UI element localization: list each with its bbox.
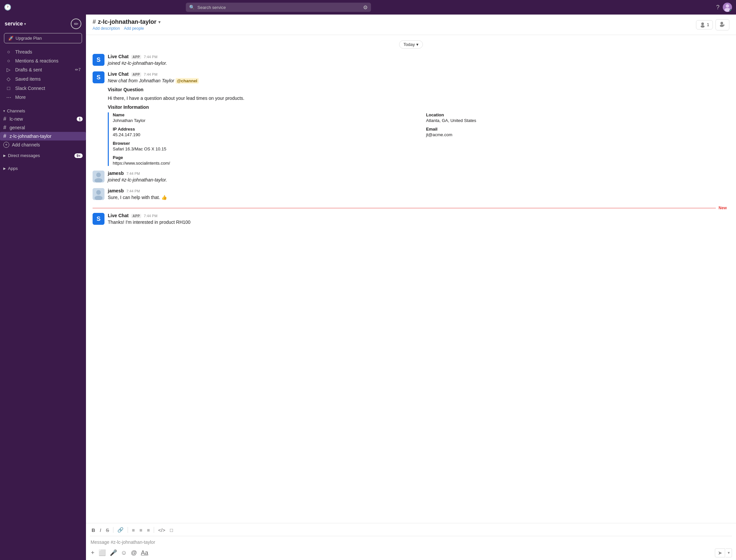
message-text: joined #z-lc-johnathan-taylor. <box>108 60 729 67</box>
add-member-button[interactable] <box>716 19 729 30</box>
sidebar-item-label: Threads <box>15 49 32 55</box>
channel-meta: Add description Add people <box>93 26 696 31</box>
code-block-button[interactable]: □ <box>168 526 175 534</box>
search-bar[interactable]: 🔍 ⚙ <box>186 3 371 12</box>
sidebar-nav: ○ Threads ○ Mentions & reactions ▷ Draft… <box>0 47 86 102</box>
emoji-button[interactable]: ☺ <box>120 548 128 557</box>
toolbar-separator <box>128 527 128 533</box>
message-group: S Live Chat APP 7:44 PM Thanks! I'm inte… <box>93 213 729 226</box>
italic-button[interactable]: I <box>98 526 103 534</box>
top-bar-right: ? <box>716 3 732 12</box>
link-button[interactable]: 🔗 <box>116 526 125 534</box>
workspace-name-label: service <box>5 21 23 27</box>
message-content: joined #z-lc-johnathan-taylor. <box>108 177 167 182</box>
field-label: Browser <box>113 141 416 146</box>
channels-header[interactable]: ▾ Channels <box>0 107 86 115</box>
workspace-name[interactable]: service ▾ <box>5 21 26 27</box>
send-options-button[interactable]: ▾ <box>726 548 732 557</box>
more-icon: ⋯ <box>5 94 12 100</box>
plus-icon: + <box>3 142 9 148</box>
apps-toggle-icon: ▶ <box>3 167 6 170</box>
message-header: jamesb 7:44 PM <box>108 188 729 193</box>
channel-item-z-lc-johnathan-taylor[interactable]: # z-lc-johnathan-taylor <box>0 132 86 140</box>
avatar-status <box>729 9 732 12</box>
main-content: # z-lc-johnathan-taylor ▾ Add descriptio… <box>86 15 736 560</box>
channel-title[interactable]: # z-lc-johnathan-taylor ▾ <box>93 19 696 25</box>
hash-icon: # <box>3 133 6 139</box>
sidebar-item-more[interactable]: ⋯ More <box>2 93 84 102</box>
channel-header-right: 1 <box>696 19 729 30</box>
field-value: Johnathan Taylor <box>113 118 145 123</box>
message-input[interactable]: Message #z-lc-johnathan-taylor <box>90 538 732 546</box>
strikethrough-button[interactable]: S <box>104 526 111 534</box>
mentions-icon: ○ <box>5 58 12 63</box>
avatar <box>93 188 104 200</box>
visitor-field-browser: Browser Safari 16.3/Mac OS X 10.15 <box>113 141 416 152</box>
message-header: Live Chat APP 7:44 PM <box>108 54 729 59</box>
compose-button[interactable]: ✏ <box>71 19 81 29</box>
add-people-link[interactable]: Add people <box>124 26 144 31</box>
app-badge: APP <box>131 72 141 77</box>
code-button[interactable]: </> <box>156 526 167 534</box>
add-channel-label: Add channels <box>12 142 40 147</box>
filter-icon[interactable]: ⚙ <box>363 4 368 11</box>
bold-button[interactable]: B <box>90 526 97 534</box>
field-label: Page <box>113 155 416 160</box>
date-chevron-icon: ▾ <box>416 42 419 47</box>
sidebar-item-mentions[interactable]: ○ Mentions & reactions <box>2 56 84 65</box>
sidebar-item-threads[interactable]: ○ Threads <box>2 47 84 56</box>
message-text: New chat from Johnathan Taylor @channel <box>108 77 729 84</box>
date-badge[interactable]: Today ▾ <box>399 40 423 49</box>
toolbar-separator <box>113 527 113 533</box>
channel-item-general[interactable]: # general <box>0 123 86 132</box>
send-button[interactable]: ➤ <box>715 548 725 557</box>
drafts-icon: ▷ <box>5 67 12 73</box>
channel-item-lc-new[interactable]: # lc-new 1 <box>0 115 86 123</box>
svg-point-17 <box>96 190 101 195</box>
svg-text:S: S <box>97 74 101 81</box>
unordered-list-button[interactable]: ≡ <box>138 526 144 534</box>
message-group: jamesb 7:44 PM Sure, I can help with tha… <box>93 188 729 201</box>
audio-button[interactable]: 🎤 <box>109 548 118 557</box>
avatar[interactable] <box>723 3 732 12</box>
history-icon[interactable]: 🕐 <box>4 4 11 11</box>
message-sender: jamesb <box>108 171 124 176</box>
video-button[interactable]: ⬜ <box>98 548 107 557</box>
search-input[interactable] <box>197 5 360 10</box>
upgrade-plan-button[interactable]: 🚀 Upgrade Plan <box>4 33 82 43</box>
message-sender: Live Chat <box>108 71 129 77</box>
channels-label: Channels <box>7 108 25 113</box>
ordered-list-button[interactable]: ≡ <box>130 526 137 534</box>
date-label: Today <box>403 42 415 47</box>
add-channel-button[interactable]: + Add channels <box>0 140 86 149</box>
main-layout: service ▾ ✏ 🚀 Upgrade Plan ○ Threads ○ M… <box>0 15 736 560</box>
drafts-badge: ✏7 <box>75 67 81 72</box>
sidebar-item-connect[interactable]: □ Slack Connect <box>2 84 84 93</box>
message-sender: Live Chat <box>108 213 129 218</box>
member-count-button[interactable]: 1 <box>696 20 713 29</box>
date-divider: Today ▾ <box>93 40 729 49</box>
apps-header[interactable]: ▶ Apps <box>0 165 86 172</box>
message-text: Thanks! I'm interested in product RH100 <box>108 219 729 226</box>
channel-name: lc-new <box>10 116 23 122</box>
format-button[interactable]: Aa <box>140 548 149 557</box>
help-icon[interactable]: ? <box>716 4 719 11</box>
dm-badge: 9+ <box>74 153 83 158</box>
sidebar-item-saved[interactable]: ◇ Saved items <box>2 74 84 84</box>
attach-button[interactable]: + <box>90 548 96 557</box>
channel-chevron-icon: ▾ <box>158 20 160 24</box>
sidebar-item-drafts[interactable]: ▷ Drafts & sent ✏7 <box>2 65 84 74</box>
sidebar: service ▾ ✏ 🚀 Upgrade Plan ○ Threads ○ M… <box>0 15 86 560</box>
dm-header[interactable]: ▶ Direct messages 9+ <box>0 152 86 159</box>
dm-section: ▶ Direct messages 9+ <box>0 152 86 159</box>
send-buttons: ➤ ▾ <box>715 548 732 557</box>
top-bar: 🕐 🔍 ⚙ ? <box>0 0 736 15</box>
message-content: joined #z-lc-johnathan-taylor. <box>108 60 167 66</box>
channel-name: z-lc-johnathan-taylor <box>10 134 52 139</box>
add-description-link[interactable]: Add description <box>93 26 120 31</box>
field-label: IP Address <box>113 127 416 132</box>
mention-button[interactable]: @ <box>130 548 138 557</box>
message-sender: Live Chat <box>108 54 129 59</box>
app-badge: APP <box>131 55 141 59</box>
indent-button[interactable]: ≡ <box>145 526 152 534</box>
